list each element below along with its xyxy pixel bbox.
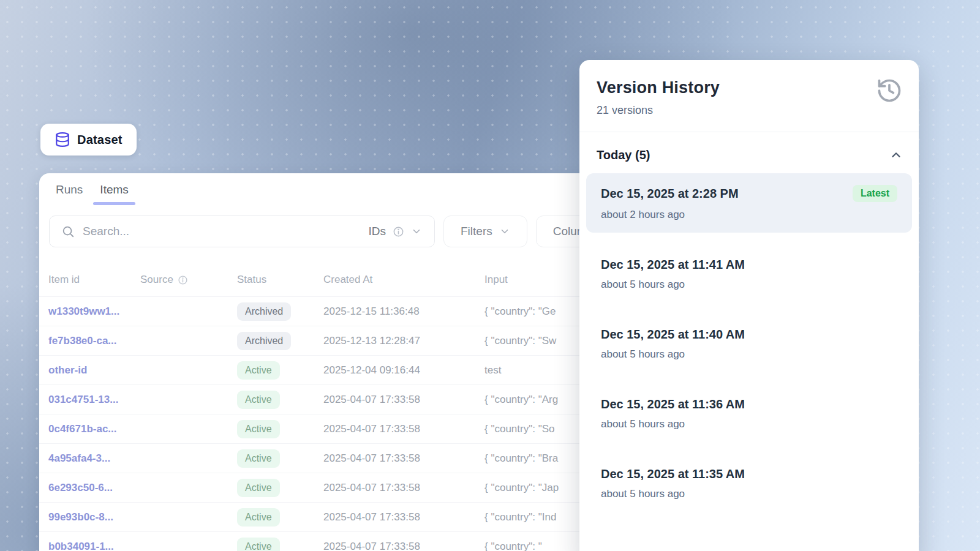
filters-button[interactable]: Filters xyxy=(443,216,527,247)
status-badge: Active xyxy=(237,508,280,527)
version-date: Dec 15, 2025 at 11:35 AM xyxy=(601,467,745,481)
version-date: Dec 15, 2025 at 11:41 AM xyxy=(601,258,745,272)
status-badge: Active xyxy=(237,391,280,409)
history-icon xyxy=(876,77,903,104)
column-header-created-at[interactable]: Created At xyxy=(323,274,484,286)
status-badge: Active xyxy=(237,538,280,551)
chevron-down-icon xyxy=(499,226,510,237)
version-group-today[interactable]: Today (5) xyxy=(579,132,919,173)
version-history-header: Version History 21 versions xyxy=(579,60,919,132)
version-date: Dec 15, 2025 at 11:36 AM xyxy=(601,397,745,411)
created-at-cell: 2025-12-04 09:16:44 xyxy=(323,364,484,377)
version-entry[interactable]: Dec 15, 2025 at 2:28 PM Latest about 2 h… xyxy=(586,173,912,233)
version-entry[interactable]: Dec 15, 2025 at 11:41 AM about 5 hours a… xyxy=(586,246,912,302)
created-at-cell: 2025-12-15 11:36:48 xyxy=(323,305,484,318)
status-badge: Active xyxy=(237,420,280,438)
created-at-cell: 2025-04-07 17:33:58 xyxy=(323,511,484,523)
info-icon xyxy=(178,275,188,285)
item-id-link[interactable]: 4a95afa4-3... xyxy=(48,452,140,465)
ids-dropdown[interactable]: IDs xyxy=(369,225,423,238)
item-id-link[interactable]: w1330t9ww1... xyxy=(48,305,140,318)
item-id-link[interactable]: other-id xyxy=(48,364,140,377)
latest-badge: Latest xyxy=(853,185,897,202)
version-entry[interactable]: Dec 15, 2025 at 11:36 AM about 5 hours a… xyxy=(586,386,912,442)
dataset-badge-label: Dataset xyxy=(77,133,123,147)
version-history-panel: Version History 21 versions Today (5) De… xyxy=(579,60,919,551)
version-date: Dec 15, 2025 at 2:28 PM xyxy=(601,187,739,201)
status-badge: Active xyxy=(237,449,280,468)
version-list: Dec 15, 2025 at 2:28 PM Latest about 2 h… xyxy=(579,173,919,512)
created-at-cell: 2025-04-07 17:33:58 xyxy=(323,452,484,465)
item-id-link[interactable]: b0b34091-1... xyxy=(48,541,140,551)
version-entry[interactable]: Dec 15, 2025 at 11:40 AM about 5 hours a… xyxy=(586,316,912,372)
filters-button-label: Filters xyxy=(461,225,492,238)
status-badge: Archived xyxy=(237,332,291,350)
search-input[interactable] xyxy=(83,225,369,238)
tab-runs[interactable]: Runs xyxy=(56,183,83,205)
created-at-cell: 2025-04-07 17:33:58 xyxy=(323,423,484,435)
database-icon xyxy=(55,132,70,148)
version-relative: about 2 hours ago xyxy=(601,209,897,221)
version-relative: about 5 hours ago xyxy=(601,348,897,361)
chevron-up-icon[interactable] xyxy=(889,149,903,162)
version-date: Dec 15, 2025 at 11:40 AM xyxy=(601,328,745,342)
created-at-cell: 2025-12-13 12:28:47 xyxy=(323,335,484,347)
version-history-title: Version History xyxy=(597,78,902,97)
search-box[interactable]: IDs xyxy=(49,216,435,247)
item-id-link[interactable]: fe7b38e0-ca... xyxy=(48,335,140,347)
item-id-link[interactable]: 031c4751-13... xyxy=(48,394,140,406)
dataset-badge[interactable]: Dataset xyxy=(40,124,137,156)
version-relative: about 5 hours ago xyxy=(601,279,897,291)
created-at-cell: 2025-04-07 17:33:58 xyxy=(323,541,484,551)
search-icon xyxy=(61,225,75,238)
info-icon xyxy=(393,226,404,238)
version-entry[interactable]: Dec 15, 2025 at 11:35 AM about 5 hours a… xyxy=(586,455,912,512)
column-header-source[interactable]: Source xyxy=(140,274,237,286)
version-relative: about 5 hours ago xyxy=(601,418,897,430)
column-header-status[interactable]: Status xyxy=(237,274,323,286)
version-count: 21 versions xyxy=(597,104,902,117)
status-badge: Active xyxy=(237,479,280,497)
created-at-cell: 2025-04-07 17:33:58 xyxy=(323,482,484,494)
item-id-link[interactable]: 6e293c50-6... xyxy=(48,482,140,494)
item-id-link[interactable]: 0c4f671b-ac... xyxy=(48,423,140,435)
version-relative: about 5 hours ago xyxy=(601,488,897,500)
ids-dropdown-label: IDs xyxy=(369,225,386,238)
column-header-source-label: Source xyxy=(140,274,173,286)
status-badge: Archived xyxy=(237,302,291,321)
version-group-label: Today (5) xyxy=(597,148,650,162)
status-badge: Active xyxy=(237,361,280,380)
tab-items[interactable]: Items xyxy=(100,183,128,205)
item-id-link[interactable]: 99e93b0c-8... xyxy=(48,511,140,523)
created-at-cell: 2025-04-07 17:33:58 xyxy=(323,394,484,406)
column-header-item-id[interactable]: Item id xyxy=(48,274,140,286)
chevron-down-icon xyxy=(411,226,422,237)
